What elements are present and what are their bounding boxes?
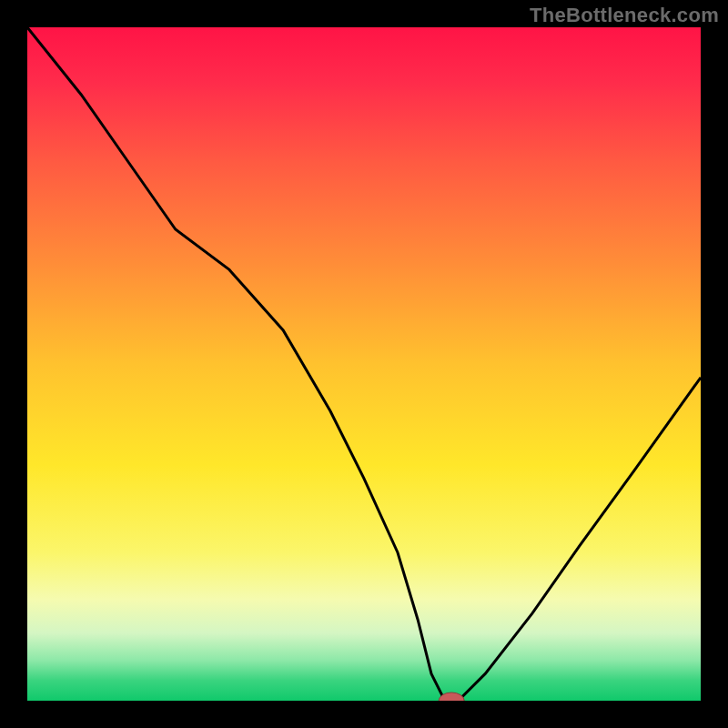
gradient-background: [27, 27, 701, 701]
chart-frame: TheBottleneck.com: [0, 0, 728, 728]
plot-area: [27, 27, 701, 701]
chart-svg: [27, 27, 701, 701]
watermark-label: TheBottleneck.com: [530, 4, 719, 27]
